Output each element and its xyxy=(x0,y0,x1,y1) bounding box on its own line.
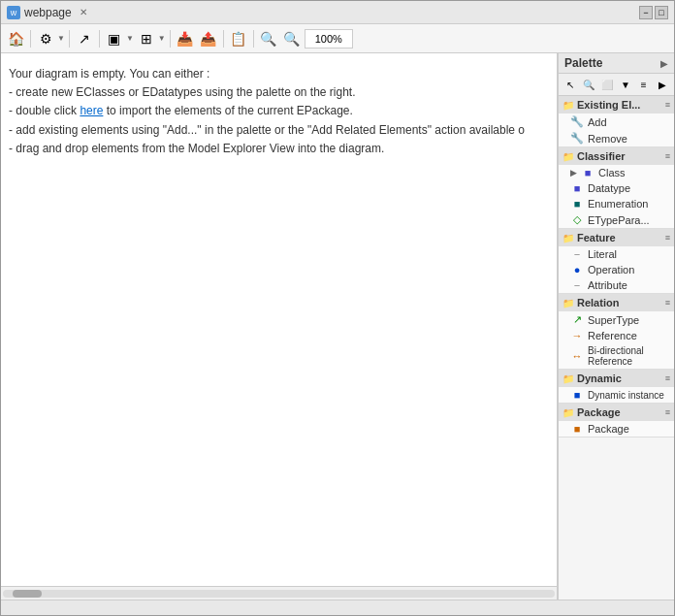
classifier-title: Classifier xyxy=(577,150,662,162)
package-folder-icon: 📁 xyxy=(562,407,574,418)
canvas-empty-message: Your diagram is empty. You can either : … xyxy=(1,53,557,170)
palette-zoom-btn[interactable]: 🔍 xyxy=(581,76,597,93)
section-classifier-header[interactable]: 📁 Classifier ≡ xyxy=(559,147,674,165)
import-link[interactable]: here xyxy=(80,104,103,117)
empty-line-3: - double click here to import the elemen… xyxy=(9,102,549,120)
attribute-label: Attribute xyxy=(588,279,627,291)
package-item[interactable]: ■ Package xyxy=(559,421,674,437)
sep4 xyxy=(170,30,171,48)
package-icon: ■ xyxy=(570,423,584,435)
status-bar xyxy=(1,600,674,615)
minimize-btn[interactable]: − xyxy=(639,6,653,19)
horizontal-scrollbar[interactable] xyxy=(1,586,557,600)
palette-zoom-region-btn[interactable]: ⬜ xyxy=(599,76,616,93)
add-icon: 🔧 xyxy=(570,115,584,128)
existing-elements-collapse-icon: ≡ xyxy=(665,100,670,110)
operation-label: Operation xyxy=(588,264,634,276)
palette-title: Palette xyxy=(564,56,602,70)
attribute-icon: − xyxy=(570,279,584,291)
datatype-item[interactable]: ■ Datatype xyxy=(559,180,674,196)
add-label: Add xyxy=(588,116,607,128)
literal-label: Literal xyxy=(588,248,617,260)
section-relation-header[interactable]: 📁 Relation ≡ xyxy=(559,294,674,311)
filter-btn[interactable]: ⊞ xyxy=(136,28,157,49)
maximize-btn[interactable]: □ xyxy=(655,6,668,19)
reference-item[interactable]: → Reference xyxy=(559,328,674,343)
copy-btn[interactable]: 📋 xyxy=(228,28,249,49)
enumeration-icon: ■ xyxy=(570,198,584,210)
palette-settings-btn[interactable]: ▼ xyxy=(617,76,633,93)
filter-arrow[interactable]: ▼ xyxy=(158,34,166,43)
main-area: Your diagram is empty. You can either : … xyxy=(1,53,674,600)
snap-arrow[interactable]: ▼ xyxy=(57,34,65,43)
dynamic-instance-item[interactable]: ■ Dynamic instance xyxy=(559,387,674,403)
class-item[interactable]: ▶ ■ Class xyxy=(559,165,674,180)
empty-line-5: - drag and drop elements from the Model … xyxy=(9,140,549,158)
section-dynamic: 📁 Dynamic ≡ ■ Dynamic instance xyxy=(559,370,674,404)
datatype-label: Datatype xyxy=(588,182,630,194)
layout-dropdown[interactable]: ▣ ▼ xyxy=(104,28,134,49)
tab-close-btn[interactable]: ✕ xyxy=(80,7,87,17)
package-title: Package xyxy=(577,406,662,418)
section-existing-elements-header[interactable]: 📁 Existing El... ≡ xyxy=(559,96,674,113)
relation-title: Relation xyxy=(577,297,662,308)
package-label: Package xyxy=(588,423,629,435)
palette-overflow-btn[interactable]: ▶ xyxy=(654,76,670,93)
palette-cursor-btn[interactable]: ↖ xyxy=(562,76,579,93)
app-icon: w xyxy=(7,6,20,19)
attribute-item[interactable]: − Attribute xyxy=(559,277,674,293)
supertype-icon: ↗ xyxy=(570,313,584,326)
select-btn[interactable]: ↗ xyxy=(74,28,95,49)
sep1 xyxy=(30,30,31,48)
snap-btn[interactable]: ⚙ xyxy=(35,28,56,49)
feature-folder-icon: 📁 xyxy=(562,233,574,243)
class-icon: ■ xyxy=(581,167,595,178)
existing-elements-content: 🔧 Add 🔧 Remove xyxy=(559,113,674,146)
operation-icon: ● xyxy=(570,264,584,276)
hscroll-thumb[interactable] xyxy=(13,590,42,598)
datatype-icon: ■ xyxy=(570,182,584,194)
home-btn[interactable]: 🏠 xyxy=(5,28,26,49)
bidirectional-icon: ↔ xyxy=(570,350,584,362)
feature-title: Feature xyxy=(577,232,662,243)
main-toolbar: 🏠 ⚙ ▼ ↗ ▣ ▼ ⊞ ▼ 📥 📤 📋 🔍 🔍 xyxy=(1,24,674,53)
relation-folder-icon: 📁 xyxy=(562,298,574,308)
import-btn[interactable]: 📥 xyxy=(175,28,196,49)
class-label: Class xyxy=(598,167,626,178)
section-existing-elements: 📁 Existing El... ≡ 🔧 Add 🔧 Remove xyxy=(559,96,674,147)
section-package-header[interactable]: 📁 Package ≡ xyxy=(559,404,674,421)
filter-dropdown[interactable]: ⊞ ▼ xyxy=(136,28,166,49)
section-feature: 📁 Feature ≡ − Literal ● Operation − xyxy=(559,229,674,294)
reference-icon: → xyxy=(570,330,584,341)
empty-line-4: - add existing elements using "Add..." i… xyxy=(9,121,549,140)
enumeration-label: Enumeration xyxy=(588,198,648,210)
remove-item[interactable]: 🔧 Remove xyxy=(559,130,674,146)
enumeration-item[interactable]: ■ Enumeration xyxy=(559,196,674,211)
snap-dropdown[interactable]: ⚙ ▼ xyxy=(35,28,65,49)
remove-icon: 🔧 xyxy=(570,132,584,145)
zoom-out-btn[interactable]: 🔍 xyxy=(281,28,303,49)
literal-item[interactable]: − Literal xyxy=(559,246,674,262)
supertype-item[interactable]: ↗ SuperType xyxy=(559,311,674,328)
window-controls: − □ xyxy=(639,6,668,19)
diagram-canvas[interactable]: Your diagram is empty. You can either : … xyxy=(1,53,558,600)
etypeparam-item[interactable]: ◇ ETypePara... xyxy=(559,211,674,228)
operation-item[interactable]: ● Operation xyxy=(559,262,674,277)
layout-btn[interactable]: ▣ xyxy=(104,28,125,49)
zoom-input[interactable] xyxy=(305,29,353,49)
palette-menu-btn[interactable]: ≡ xyxy=(635,76,652,93)
empty-prefix: - double click xyxy=(9,104,80,117)
existing-elements-folder-icon: 📁 xyxy=(562,100,574,111)
bidirectional-item[interactable]: ↔ Bi-directional Reference xyxy=(559,343,674,369)
palette-collapse-btn[interactable]: ▶ xyxy=(660,58,668,69)
dynamic-title: Dynamic xyxy=(577,373,662,384)
section-dynamic-header[interactable]: 📁 Dynamic ≡ xyxy=(559,370,674,387)
hscroll-track xyxy=(3,590,555,598)
add-item[interactable]: 🔧 Add xyxy=(559,113,674,130)
layout-arrow[interactable]: ▼ xyxy=(126,34,134,43)
zoom-in-btn[interactable]: 🔍 xyxy=(258,28,279,49)
export-btn[interactable]: 📤 xyxy=(198,28,219,49)
feature-content: − Literal ● Operation − Attribute xyxy=(559,246,674,293)
section-feature-header[interactable]: 📁 Feature ≡ xyxy=(559,229,674,246)
title-bar: w webpage ✕ − □ xyxy=(1,1,674,24)
